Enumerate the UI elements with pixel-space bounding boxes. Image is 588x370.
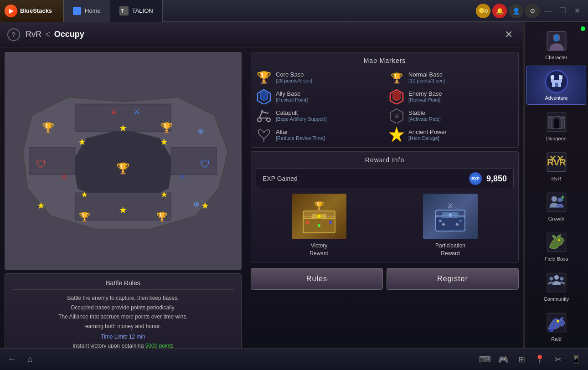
dungeon-label: Dungeon (546, 136, 567, 141)
svg-text:🏆: 🏆 (156, 211, 168, 222)
register-button[interactable]: Register (387, 268, 519, 290)
breadcrumb-parent[interactable]: RvR (26, 30, 41, 39)
battle-rules-text: Battle the enemy to capture, then keep b… (12, 293, 234, 331)
normal-base-icon: 🏆 (388, 69, 405, 85)
core-base-icon: 🏆 (256, 69, 272, 85)
catapult-desc: [Base Artillery Support] (276, 116, 327, 122)
rules-button[interactable]: Rules (251, 268, 383, 290)
svg-point-92 (557, 198, 562, 202)
svg-text:⚔: ⚔ (133, 107, 140, 116)
gamepad-button[interactable]: 🎮 (495, 351, 511, 368)
altar-icon (256, 126, 272, 143)
svg-point-96 (554, 275, 558, 279)
svg-text:🛡: 🛡 (200, 159, 210, 170)
breadcrumb-separator: < (45, 29, 51, 40)
svg-text:★: ★ (78, 137, 86, 147)
svg-text:★: ★ (37, 200, 45, 211)
screenshot-button[interactable]: ✂ (550, 351, 566, 368)
normal-base-desc: [10 points/3 sec] (408, 78, 445, 83)
svg-text:RvR: RvR (547, 157, 566, 167)
minimize-btn[interactable]: — (542, 5, 554, 17)
svg-rect-90 (547, 193, 566, 212)
stable-name: Stable (408, 109, 441, 116)
svg-text:👤: 👤 (553, 34, 560, 41)
svg-text:⊕: ⊕ (193, 200, 199, 208)
taskbar: ← ⌂ ⌨ 🎮 ⊞ 📍 ✂ 📱 (0, 348, 588, 370)
bluestacks-logo: ▶ BlueStacks (0, 0, 64, 22)
svg-text:★: ★ (119, 123, 127, 133)
marker-core-base: 🏆 Core Base [28 points/3 sec] (256, 69, 381, 85)
svg-text:T: T (121, 8, 124, 14)
victory-reward-card: 🏆 Victor (256, 194, 382, 257)
sidebar-item-adventure[interactable]: Adventure (526, 66, 586, 105)
tab-game[interactable]: T TALION (110, 0, 163, 22)
exp-label: EXP Gained (263, 175, 469, 182)
enemy-base-name: Enemy Base (408, 90, 442, 97)
svg-marker-42 (389, 127, 404, 142)
reward-cards: 🏆 Victor (256, 194, 514, 257)
maximize-btn[interactable]: ❐ (556, 5, 569, 17)
game-icon: T (119, 6, 129, 15)
home-button[interactable]: ⌂ (22, 351, 38, 368)
svg-rect-72 (551, 75, 552, 77)
sidebar-item-growth[interactable]: Growth (526, 187, 586, 225)
catapult-icon (256, 107, 272, 123)
svg-rect-82 (548, 116, 552, 118)
svg-point-78 (555, 82, 558, 86)
close-window-btn[interactable]: ✕ (571, 5, 583, 17)
title-bar-right: 🪙 0 🔔 👤 ⚙ — ❐ ✕ (471, 4, 588, 18)
svg-rect-81 (561, 118, 564, 128)
svg-text:🏆: 🏆 (160, 122, 173, 134)
panel-close-button[interactable]: ✕ (501, 27, 516, 42)
core-base-name: Core Base (276, 71, 312, 78)
svg-point-98 (560, 277, 563, 281)
svg-point-49 (306, 221, 309, 224)
main-content: ? RvR < Occupy ✕ (0, 22, 588, 370)
resize-button[interactable]: ⊞ (513, 351, 530, 368)
sidebar-item-rvr[interactable]: RvR RvR (526, 147, 586, 185)
svg-marker-30 (260, 92, 268, 101)
marker-enemy-base: Enemy Base [Revival Point] (388, 88, 514, 104)
tab-home[interactable]: Home (64, 0, 110, 22)
keyboard-button[interactable]: ⌨ (477, 351, 493, 368)
sidebar-item-dungeon[interactable]: Dungeon (526, 107, 586, 145)
marker-ally-base: Ally Base [Revival Point] (256, 88, 381, 104)
panel-header: ? RvR < Occupy ✕ (0, 22, 523, 47)
svg-text:⚔: ⚔ (60, 172, 67, 181)
help-button[interactable]: ? (7, 28, 20, 41)
altar-desc: [Reduce Revive Time] (276, 135, 325, 141)
battle-rules-title: Battle Rules (12, 279, 234, 290)
svg-rect-80 (548, 118, 552, 128)
sidebar-item-raid[interactable]: Raid (526, 307, 586, 345)
svg-point-51 (318, 224, 320, 227)
normal-base-name: Normal Base (408, 71, 445, 78)
sidebar-item-character[interactable]: 👤 Character (526, 26, 586, 64)
markers-grid: 🏆 Core Base [28 points/3 sec] (256, 69, 514, 143)
rvr-icon: RvR (545, 150, 568, 174)
svg-point-33 (258, 118, 261, 122)
svg-point-91 (551, 196, 557, 201)
ancient-power-desc: [Hero Deluge] (408, 135, 447, 141)
right-column: Map Markers 🏆 Core Base [28 poin (246, 47, 523, 370)
exp-row: EXP Gained EXP 9,850 (256, 168, 514, 189)
growth-label: Growth (548, 216, 564, 221)
profile-btn[interactable]: 👤 (509, 4, 523, 18)
svg-text:★: ★ (81, 190, 88, 199)
back-button[interactable]: ← (4, 351, 20, 368)
notification-btn[interactable]: 🔔 (492, 4, 507, 18)
coin-display: 🪙 0 (476, 4, 490, 18)
sidebar-item-community[interactable]: Community (526, 267, 586, 305)
map-markers-title: Map Markers (256, 57, 514, 64)
sidebar-item-field-boss[interactable]: Field Boss (526, 227, 586, 265)
location-button[interactable]: 📍 (531, 351, 548, 368)
settings-btn[interactable]: ⚙ (525, 4, 540, 18)
ally-base-name: Ally Base (276, 90, 308, 97)
character-icon: 👤 (545, 29, 568, 53)
svg-point-50 (329, 221, 332, 224)
mobile-button[interactable]: 📱 (568, 351, 584, 368)
svg-point-38 (261, 110, 263, 113)
participation-chest: ⚔ ◆ ◆ (423, 194, 478, 239)
home-tab-label: Home (85, 7, 101, 14)
svg-text:◆: ◆ (442, 221, 445, 226)
svg-rect-75 (559, 75, 560, 77)
